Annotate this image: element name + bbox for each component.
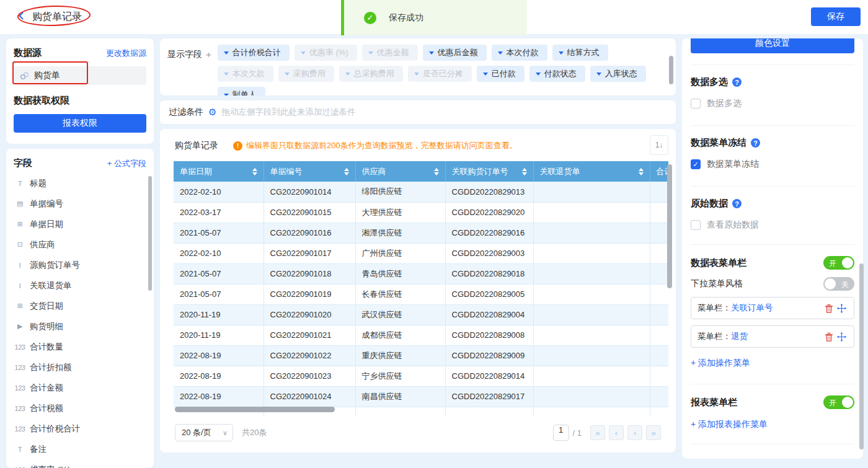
- sort-arrows-icon[interactable]: [639, 168, 644, 175]
- table-row[interactable]: 2021-05-07 CG20220901018 青岛供应链 CGDD20220…: [174, 263, 668, 284]
- field-item[interactable]: 123 合计税额: [14, 398, 146, 418]
- display-field-chip[interactable]: 采购费用: [278, 66, 334, 82]
- sort-arrows-icon[interactable]: [344, 168, 349, 175]
- field-item[interactable]: 123 合计价税合计: [14, 418, 146, 439]
- display-field-chip[interactable]: 优惠后金额: [423, 45, 487, 61]
- raw-data-checkbox-row[interactable]: 查看原始数据: [691, 219, 854, 231]
- last-page-button[interactable]: »: [646, 425, 661, 440]
- gear-icon[interactable]: ⚙: [208, 107, 216, 118]
- field-item[interactable]: T 标题: [14, 173, 146, 193]
- table-row[interactable]: 2022-08-19 CG20220901023 宁乡供应链 CGDD20220…: [174, 366, 668, 386]
- move-icon[interactable]: [835, 304, 848, 313]
- column-header[interactable]: 单据编号: [264, 161, 355, 182]
- display-field-chip[interactable]: 入库状态: [590, 66, 646, 82]
- sort-arrows-icon[interactable]: [252, 168, 257, 175]
- add-formula-field-link[interactable]: + 公式字段: [107, 158, 146, 169]
- menu-freeze-checkbox-row[interactable]: ✓ 数据菜单冻结: [691, 159, 854, 170]
- help-icon[interactable]: ?: [732, 199, 742, 208]
- add-action-menu-link[interactable]: + 添加操作菜单: [691, 358, 750, 369]
- column-header[interactable]: 关联退货单: [533, 161, 650, 182]
- column-header[interactable]: 关联购货订单号: [445, 161, 533, 182]
- display-field-chip[interactable]: 合计价税合计: [218, 45, 290, 61]
- add-report-action-menu-link[interactable]: + 添加报表操作菜单: [691, 419, 768, 430]
- chip-label: 制单人: [232, 89, 257, 95]
- table-row[interactable]: 2020-11-19 CG20220901020 武汉供应链 CGDD20220…: [174, 304, 668, 325]
- table-row[interactable]: 2022-08-19 CG20220901022 重庆供应链 CGDD20220…: [174, 345, 668, 366]
- first-page-button[interactable]: «: [590, 425, 605, 440]
- report-menu-toggle[interactable]: 开: [823, 395, 854, 409]
- sort-arrows-icon[interactable]: [434, 168, 439, 175]
- menu-item-value[interactable]: 退货: [731, 331, 748, 342]
- delete-icon[interactable]: [823, 304, 835, 313]
- field-item[interactable]: I 关联退货单: [14, 275, 146, 296]
- table-row[interactable]: 2022-02-10 CG20220901017 广州供应链 CGDD20220…: [174, 243, 668, 263]
- display-field-chip[interactable]: 是否已分摊: [408, 66, 472, 82]
- fields-scrollbar[interactable]: [148, 176, 152, 291]
- page-size-select[interactable]: 20 条/页 ∨: [175, 424, 233, 441]
- field-item[interactable]: 123 合计数量: [14, 337, 146, 357]
- field-item[interactable]: ⊡ 供应商: [14, 234, 146, 255]
- field-item[interactable]: 123 合计折扣额: [14, 357, 146, 377]
- back-icon[interactable]: [19, 12, 27, 20]
- field-item[interactable]: I 源购货订单号: [14, 255, 146, 275]
- column-header[interactable]: 合计数量: [650, 161, 668, 182]
- field-item[interactable]: 123 合计金额: [14, 377, 146, 398]
- display-field-chip[interactable]: 已付款: [477, 66, 525, 82]
- table-row[interactable]: 2022-02-10 CG20220901014 绵阳供应链 CGDD20220…: [174, 182, 668, 202]
- menu-bar-item[interactable]: 菜单栏： 退货: [691, 325, 854, 348]
- report-permission-button[interactable]: 报表权限: [14, 114, 146, 133]
- field-type-icon: I: [14, 262, 26, 269]
- column-header[interactable]: 供应商: [355, 161, 445, 182]
- change-datasource-link[interactable]: 更改数据源: [106, 48, 146, 59]
- display-field-chip[interactable]: 总采购费用: [339, 66, 403, 82]
- display-field-chip[interactable]: 优惠率 (%): [294, 45, 357, 61]
- table-row[interactable]: 2020-11-19 CG20220901021 成都供应链 CGDD20220…: [174, 325, 668, 345]
- checkbox-unchecked[interactable]: [691, 220, 701, 230]
- raw-data-title: 原始数据: [691, 198, 728, 210]
- table-panel: 购货单记录 ! 编辑界面只取数据源前200条作为查询数据预览，完整数据请访问页面…: [160, 129, 676, 453]
- delete-icon[interactable]: [823, 332, 835, 342]
- table-body: 2022-02-10 CG20220901014 绵阳供应链 CGDD20220…: [174, 182, 668, 417]
- help-icon[interactable]: ?: [751, 138, 760, 148]
- sort-tool-button[interactable]: 1↓: [650, 135, 668, 155]
- display-field-chip[interactable]: 制单人: [218, 87, 265, 95]
- field-item[interactable]: ⊞ 交货日期: [14, 296, 146, 316]
- field-item[interactable]: ▶ 购货明细: [14, 316, 146, 337]
- display-field-chip[interactable]: 本次欠款: [218, 66, 273, 82]
- checkbox-unchecked[interactable]: [691, 99, 701, 108]
- table-row[interactable]: 2021-05-07 CG20220901016 湘潭供应链 CGDD20220…: [174, 223, 668, 243]
- display-field-chip[interactable]: 本次付款: [492, 45, 547, 61]
- next-page-button[interactable]: ›: [627, 425, 642, 440]
- chips-scrollbar[interactable]: [669, 56, 673, 84]
- move-icon[interactable]: [835, 332, 848, 342]
- dropdown-style-toggle[interactable]: 关: [823, 277, 854, 291]
- horizontal-scrollbar[interactable]: [175, 407, 335, 412]
- display-field-chip[interactable]: 结算方式: [552, 45, 608, 61]
- menu-bar-item[interactable]: 菜单栏： 关联订单号: [691, 297, 854, 319]
- table-row[interactable]: 2022-08-19 CG20220901024 南昌供应链 CGDD20220…: [174, 386, 668, 407]
- menu-item-value[interactable]: 关联订单号: [731, 302, 773, 314]
- vertical-scrollbar[interactable]: [667, 164, 672, 288]
- sort-arrows-icon[interactable]: [522, 168, 527, 175]
- display-field-chip[interactable]: 优惠金额: [362, 45, 418, 61]
- datasource-item[interactable]: 购货单: [14, 66, 146, 85]
- checkbox-checked[interactable]: ✓: [691, 159, 701, 169]
- column-header[interactable]: 单据日期: [174, 161, 264, 182]
- help-icon[interactable]: ?: [732, 77, 742, 87]
- page-number-input[interactable]: 1: [553, 425, 569, 441]
- display-field-chip[interactable]: 付款状态: [529, 66, 585, 82]
- table-menu-toggle[interactable]: 开: [823, 256, 854, 270]
- table-row[interactable]: 2022-03-17 CG20220901015 大理供应链 CGDD20220…: [174, 202, 668, 223]
- field-item[interactable]: ⊞ 单据日期: [14, 214, 146, 234]
- multi-select-checkbox-row[interactable]: 数据多选: [691, 98, 854, 109]
- table-row[interactable]: 2021-05-07 CG20220901019 长春供应链 CGDD20220…: [174, 284, 668, 304]
- field-type-icon: ⊞: [14, 220, 26, 228]
- color-settings-button[interactable]: 颜色设置: [691, 38, 854, 53]
- add-display-field-button[interactable]: +: [206, 49, 211, 89]
- settings-scrollbar[interactable]: [859, 263, 864, 449]
- save-button[interactable]: 保存: [811, 7, 861, 26]
- field-item[interactable]: T 备注: [14, 439, 146, 459]
- prev-page-button[interactable]: ‹: [609, 425, 624, 440]
- field-item[interactable]: 123 优惠率 (%): [14, 459, 146, 468]
- field-item[interactable]: ▤ 单据编号: [14, 193, 146, 214]
